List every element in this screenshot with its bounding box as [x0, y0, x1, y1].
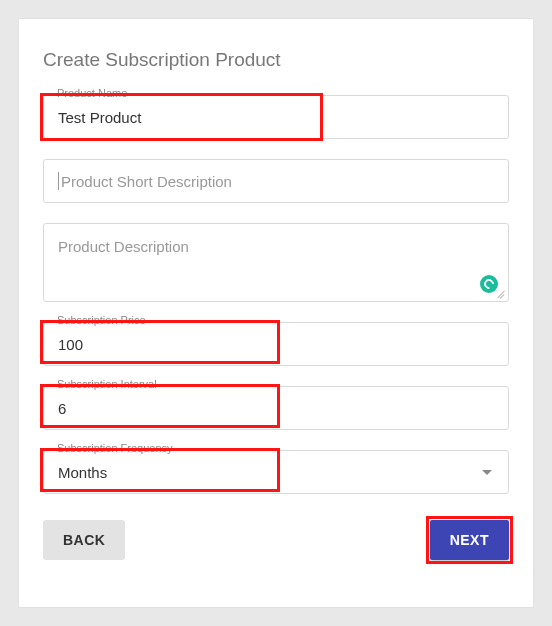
subscription-interval-label: Subscription Interval — [53, 378, 161, 390]
short-description-input[interactable] — [61, 173, 494, 190]
subscription-price-input[interactable] — [58, 336, 494, 353]
subscription-price-label: Subscription Price — [53, 314, 150, 326]
button-row: BACK NEXT — [43, 520, 509, 560]
subscription-frequency-label: Subscription Frequency — [53, 442, 177, 454]
product-name-box[interactable] — [43, 95, 509, 139]
short-description-box[interactable] — [43, 159, 509, 203]
subscription-price-box[interactable] — [43, 322, 509, 366]
subscription-frequency-select[interactable]: Months — [43, 450, 509, 494]
description-textarea[interactable] — [58, 238, 494, 289]
page-title: Create Subscription Product — [43, 49, 509, 71]
subscription-form-card: Create Subscription Product Product Name — [18, 18, 534, 608]
subscription-price-field: Subscription Price — [43, 322, 509, 366]
product-name-label: Product Name — [53, 87, 131, 99]
description-box[interactable] — [43, 223, 509, 302]
subscription-interval-input[interactable] — [58, 400, 494, 417]
resize-handle-icon[interactable] — [496, 289, 506, 299]
subscription-interval-field: Subscription Interval — [43, 386, 509, 430]
next-button[interactable]: NEXT — [430, 520, 509, 560]
product-name-input[interactable] — [58, 109, 494, 126]
text-cursor — [58, 172, 59, 190]
subscription-frequency-field: Subscription Frequency Months — [43, 450, 509, 494]
chevron-down-icon — [482, 470, 492, 475]
short-description-field — [43, 159, 509, 203]
subscription-interval-box[interactable] — [43, 386, 509, 430]
description-field — [43, 223, 509, 302]
back-button[interactable]: BACK — [43, 520, 125, 560]
product-name-field: Product Name — [43, 95, 509, 139]
subscription-frequency-value: Months — [58, 464, 107, 481]
